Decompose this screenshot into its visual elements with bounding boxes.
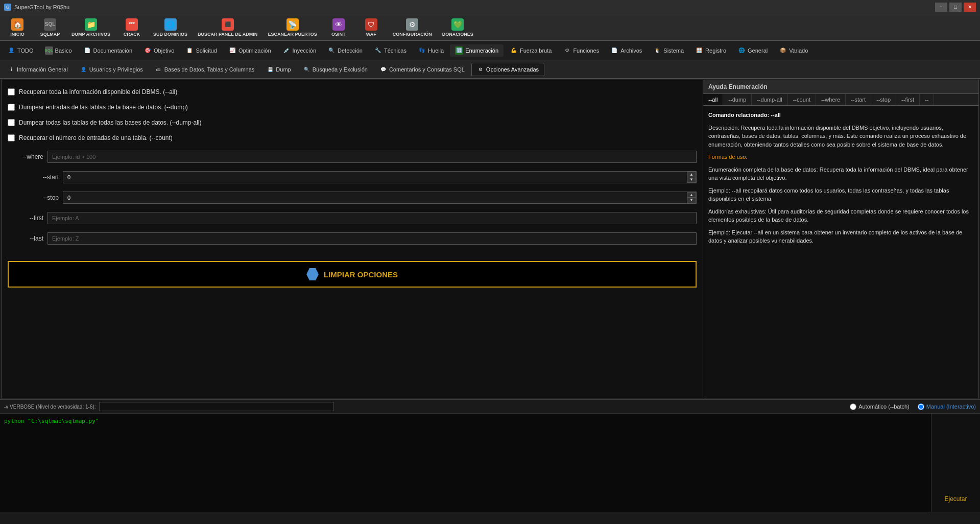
menu-waf[interactable]: 🛡 WAF [356, 16, 387, 39]
execute-button[interactable]: Ejecutar [940, 491, 971, 507]
tab1-archivos[interactable]: 📄 Archivos [605, 44, 647, 57]
tab1-opt-label: Optimización [238, 47, 271, 54]
checkbox-dumpall-row: Dumpear todas las tablas de todas las ba… [8, 117, 697, 128]
checkbox-count-label[interactable]: Recuperar el número de entradas de una t… [19, 134, 173, 141]
tab1-sistema[interactable]: 🐧 Sistema [648, 44, 689, 57]
menu-crack-label: CRACK [124, 32, 140, 37]
tab1-variado[interactable]: 📦 Variado [774, 44, 813, 57]
tab1-basico[interactable]: SQL Basico [40, 44, 77, 57]
help-tab-stop[interactable]: --stop [871, 94, 896, 105]
clear-options-button[interactable]: LIMPIAR OPCIONES [8, 261, 697, 288]
tab1-optimizacion[interactable]: 📈 Optimización [223, 44, 276, 57]
tab1-objetivo[interactable]: 🎯 Objetivo [138, 44, 179, 57]
help-tab-first[interactable]: --first [896, 94, 920, 105]
first-input[interactable] [47, 212, 697, 224]
help-uso1: Enumeración completa de la base de datos… [708, 165, 973, 182]
tab1-gen-icon: 🌐 [737, 46, 746, 55]
stop-up-btn[interactable]: ▲ [687, 193, 696, 198]
stop-input[interactable] [63, 192, 687, 203]
checkbox-all-label[interactable]: Recuperar toda la información disponible… [19, 88, 177, 96]
help-tab-count[interactable]: --count [788, 94, 816, 105]
help-tab-more[interactable]: -- [920, 94, 934, 105]
mode-auto-radio[interactable] [850, 403, 856, 410]
tab1-todo-label: TODO [17, 47, 34, 54]
start-spinner: ▲ ▼ [687, 172, 696, 183]
tab1-deteccion[interactable]: 🔍 Detección [322, 44, 368, 57]
menu-dump[interactable]: 📁 DUMP ARCHIVOS [67, 16, 114, 39]
mode-manual-option[interactable]: Manual (Interactivo) [918, 403, 976, 410]
checkbox-count[interactable] [8, 134, 15, 141]
checkbox-dump-label[interactable]: Dumpear entradas de las tablas de la bas… [19, 104, 188, 111]
tab1-tecnicas[interactable]: 🔧 Técnicas [369, 44, 412, 57]
tab1-solicitud[interactable]: 📋 Solicitud [180, 44, 222, 57]
tab1-documentacion[interactable]: 📄 Documentación [78, 44, 137, 57]
help-uso4: Ejemplo: Ejecutar --all en un sistema pa… [708, 228, 973, 245]
start-down-btn[interactable]: ▼ [687, 177, 696, 182]
start-up-btn[interactable]: ▲ [687, 172, 696, 177]
minimize-button[interactable]: − [935, 3, 947, 12]
menu-inicio[interactable]: 🏠 INICIO [2, 16, 33, 39]
help-tab-where[interactable]: --where [816, 94, 846, 105]
where-row: --where [8, 151, 697, 163]
menu-donate[interactable]: 💚 DONACIONES [438, 16, 477, 39]
last-input[interactable] [47, 232, 697, 245]
tab1-enu-icon: 🔢 [455, 46, 463, 55]
checkbox-count-row: Recuperar el número de entradas de una t… [8, 132, 697, 144]
menu-panel[interactable]: ⬛ BUSCAR PANEL DE ADMIN [194, 16, 261, 39]
tab1-funciones[interactable]: ⚙ Funciones [558, 44, 604, 57]
tab2-dump[interactable]: 💾 Dump [261, 63, 296, 76]
tab1-hue-icon: 👣 [418, 46, 426, 55]
tab1-inyeccion[interactable]: 💉 Inyección [277, 44, 321, 57]
mode-manual-radio[interactable] [918, 403, 924, 410]
tab1-huella[interactable]: 👣 Huella [413, 44, 449, 57]
help-formas: Formas de uso: [708, 153, 973, 161]
checkbox-dumpall-label[interactable]: Dumpear todas las tablas de todas las ba… [19, 119, 202, 126]
tab2-users[interactable]: 👤 Usuarios y Privilegios [75, 63, 149, 76]
verbose-input[interactable] [99, 402, 334, 411]
tab1-opt-icon: 📈 [228, 46, 236, 55]
checkbox-dumpall[interactable] [8, 119, 15, 126]
help-tab-dumpall[interactable]: --dump-all [752, 94, 788, 105]
tab1-fuerza[interactable]: 💪 Fuerza bruta [505, 44, 557, 57]
tab1-todo[interactable]: 👤 TODO [2, 44, 39, 57]
tab1-basico-icon: SQL [45, 46, 53, 55]
checkbox-dump[interactable] [8, 104, 15, 111]
mode-select: Automático (--batch) Manual (Interactivo… [850, 403, 976, 410]
where-input[interactable] [47, 151, 697, 163]
panel-icon: ⬛ [222, 18, 234, 31]
help-tab-all[interactable]: --all [703, 94, 723, 105]
tab2-info[interactable]: ℹ Información General [2, 63, 74, 76]
checkbox-all[interactable] [8, 88, 15, 96]
tab1-iny-label: Inyección [293, 47, 316, 54]
tab1-registro[interactable]: 🪟 Registro [690, 44, 731, 57]
tab1-tec-label: Técnicas [384, 47, 407, 54]
menu-osint[interactable]: 👁 OSINT [323, 16, 354, 39]
tab1-general[interactable]: 🌐 General [732, 44, 773, 57]
last-label: --last [8, 235, 43, 242]
help-tab-dump[interactable]: --dump [723, 94, 752, 105]
tab2-comentarios[interactable]: 💬 Comentarios y Consultas SQL [374, 63, 470, 76]
menu-sqlmap[interactable]: SQL SQLMAP [35, 16, 65, 39]
help-tab-start[interactable]: --start [846, 94, 871, 105]
menu-scan[interactable]: 📡 ESCANEAR PUERTOS [264, 16, 321, 39]
tab2-busqueda[interactable]: 🔍 Búsqueda y Exclusión [298, 63, 373, 76]
tab1-reg-label: Registro [705, 47, 726, 54]
config-icon: ⚙ [406, 18, 418, 31]
menu-config[interactable]: ⚙ CONFIGURACIÓN [389, 16, 436, 39]
tab2-opciones[interactable]: ⚙ Opciones Avanzadas [471, 63, 544, 76]
waf-icon: 🛡 [365, 18, 377, 31]
stop-down-btn[interactable]: ▼ [687, 198, 696, 203]
tab1-doc-icon: 📄 [83, 46, 91, 55]
menu-sub[interactable]: 🌐 SUB DOMINIOS [149, 16, 192, 39]
menu-crack[interactable]: *** CRACK [116, 16, 147, 39]
mode-auto-option[interactable]: Automático (--batch) [850, 403, 910, 410]
sub-icon: 🌐 [164, 18, 177, 31]
tab2-bases[interactable]: 🗃 Bases de Datos, Tablas y Columnas [150, 63, 260, 76]
start-input[interactable] [63, 172, 687, 183]
maximize-button[interactable]: □ [949, 3, 962, 12]
menu-sub-label: SUB DOMINIOS [153, 32, 187, 37]
tab1-enumeracion[interactable]: 🔢 Enumeración [450, 44, 504, 57]
last-row: --last [8, 232, 697, 245]
close-button[interactable]: ✕ [964, 3, 976, 12]
tab1-sis-label: Sistema [663, 47, 684, 54]
